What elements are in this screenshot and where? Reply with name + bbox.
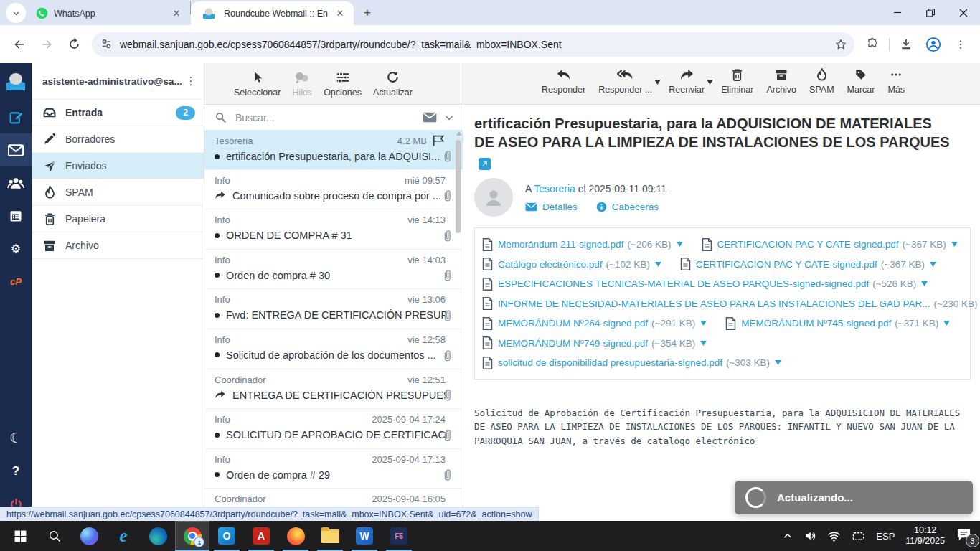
message-row[interactable]: Tesoreria4.2 MBertificación Presupuestar… [204, 130, 463, 170]
list-toolbar-select-button[interactable]: Seleccionar [229, 63, 286, 104]
extensions-icon[interactable] [860, 32, 885, 57]
dropdown-caret-icon[interactable] [707, 80, 713, 85]
scroll-up-icon[interactable] [456, 131, 462, 136]
search-input[interactable] [234, 111, 423, 124]
new-tab-button[interactable]: + [358, 4, 377, 22]
reader-forward-button[interactable]: Reenviar [662, 63, 711, 102]
rail-item-dark-mode[interactable]: ☾ [0, 422, 32, 455]
language-indicator[interactable]: ESP [876, 531, 895, 542]
open-in-new-window-icon[interactable] [479, 158, 491, 170]
folder-item-archivo[interactable]: Archivo [32, 232, 204, 259]
profile-avatar-icon[interactable] [921, 32, 946, 57]
attachment-name[interactable]: MEMORÁNDUM Nº745-signed.pdf [741, 318, 891, 329]
notifications-button[interactable]: 3 [956, 527, 974, 545]
tab-close-icon[interactable]: ✕ [334, 7, 347, 20]
taskbar-acrobat-icon[interactable]: A [244, 521, 278, 551]
taskbar-file-explorer-icon[interactable] [313, 521, 347, 551]
message-row[interactable]: Info2025-09-04 17:13Orden de compra # 29 [204, 449, 463, 489]
attachment-menu-caret-icon[interactable] [700, 321, 707, 326]
message-row[interactable]: Infomié 09:57Comunicado sobre proceso de… [204, 170, 463, 210]
attachment-item[interactable]: ESPECIFICACIONES TECNICAS-MATERIAL DE AS… [482, 274, 928, 294]
rail-item-contacts[interactable] [0, 166, 32, 199]
search-scope-mail-icon[interactable] [423, 112, 437, 123]
bookmark-star-icon[interactable] [830, 34, 852, 55]
folder-item-borradores[interactable]: Borradores [32, 126, 204, 153]
minimize-button[interactable] [881, 0, 914, 25]
message-row[interactable]: Info2025-09-04 17:24SOLICITUD DE APROBAC… [204, 409, 463, 449]
reload-button[interactable] [62, 32, 86, 57]
attachment-item[interactable]: MEMORÁNDUM Nº264-signed.pdf(~291 KB) [482, 314, 707, 334]
rail-item-compose[interactable] [0, 100, 32, 133]
browser-tab-active[interactable]: Roundcube Webmail :: Enviados✕ [191, 1, 354, 25]
flag-icon[interactable] [433, 135, 446, 146]
taskbar-start-icon[interactable] [3, 521, 37, 551]
attachment-item[interactable]: MEMORÁNDUM Nº745-signed.pdf(~371 KB) [725, 314, 950, 334]
attachment-item[interactable]: Catálogo electrónico.pdf(~102 KB) [482, 255, 661, 275]
attachment-menu-caret-icon[interactable] [930, 262, 936, 267]
attachment-item[interactable]: CERTIFICACION PAC Y CATE-signed.pdf(~367… [680, 255, 936, 275]
reader-trash-button[interactable]: Eliminar [715, 63, 760, 102]
taskbar-search-icon[interactable] [37, 521, 72, 551]
header-action-envelope[interactable]: Detalles [525, 202, 578, 212]
taskbar-f5-icon[interactable]: F5 [382, 521, 416, 551]
folder-item-spam[interactable]: SPAM [32, 179, 204, 206]
attachment-item[interactable]: INFORME DE NECESIDAD-MATERIALES DE ASEO … [482, 294, 980, 314]
attachment-menu-caret-icon[interactable] [921, 281, 928, 286]
search-options-chevron-icon[interactable] [444, 113, 454, 123]
attachment-item[interactable]: Memorándum 211-signed.pdf(~206 KB) [482, 235, 683, 255]
taskbar-outlook-icon[interactable]: O [209, 521, 244, 551]
list-scrollbar[interactable] [455, 131, 462, 512]
url-text[interactable]: webmail.sanjuan.gob.ec/cpsess7060844857/… [120, 39, 830, 50]
taskbar-edge-icon[interactable] [141, 521, 175, 551]
clock[interactable]: 10:12 11/9/2025 [905, 525, 945, 547]
attachment-name[interactable]: solicitud de disponibilidad presupuestar… [498, 357, 722, 368]
attachment-menu-caret-icon[interactable] [700, 341, 707, 346]
reader-junk-button[interactable]: SPAM [803, 63, 841, 102]
taskbar-chrome-icon[interactable] [175, 521, 209, 551]
to-recipient-link[interactable]: Tesoreria [534, 183, 575, 194]
message-row[interactable]: Infovie 13:06Fwd: ENTREGA DE CERTIFICACI… [204, 289, 463, 329]
browser-menu-icon[interactable] [948, 32, 973, 57]
volume-icon[interactable] [804, 529, 816, 542]
back-button[interactable] [7, 32, 32, 57]
downloads-icon[interactable] [894, 32, 918, 57]
forward-button[interactable] [34, 32, 59, 57]
taskbar-firefox-icon[interactable] [278, 521, 313, 551]
attachment-menu-caret-icon[interactable] [775, 360, 781, 365]
browser-tab-0[interactable]: WhatsApp✕ [27, 1, 190, 25]
attachment-menu-caret-icon[interactable] [951, 242, 958, 247]
tab-search-button[interactable] [6, 3, 26, 23]
message-row[interactable]: Infovie 14:03Orden de compra # 30 [204, 250, 463, 290]
screen-cast-icon[interactable] [852, 529, 865, 543]
account-header[interactable]: asistente-administrativo@sa... ⋮ [32, 63, 204, 100]
taskbar-copilot-icon[interactable] [72, 521, 106, 551]
rail-item-calendar[interactable] [0, 199, 32, 232]
roundcube-logo-icon[interactable] [0, 63, 32, 100]
rail-item-mail[interactable] [0, 133, 32, 166]
attachment-name[interactable]: ESPECIFICACIONES TECNICAS-MATERIAL DE AS… [498, 278, 869, 289]
taskbar-word-icon[interactable]: W [347, 521, 382, 551]
message-row[interactable]: Coordinadorvie 12:51ENTREGA DE CERTIFICA… [204, 369, 463, 410]
site-info-icon[interactable] [100, 38, 113, 50]
wifi-icon[interactable] [827, 529, 841, 543]
tab-close-icon[interactable]: ✕ [170, 7, 183, 20]
rail-item-help[interactable]: ? [0, 455, 32, 488]
dropdown-caret-icon[interactable] [654, 80, 661, 85]
rail-item-cpanel[interactable]: cP [0, 265, 32, 298]
url-bar[interactable]: webmail.sanjuan.gob.ec/cpsess7060844857/… [92, 32, 854, 57]
attachment-name[interactable]: MEMORÁNDUM Nº749-signed.pdf [498, 338, 648, 349]
attachment-name[interactable]: MEMORÁNDUM Nº264-signed.pdf [498, 318, 648, 329]
attachment-name[interactable]: Memorándum 211-signed.pdf [498, 239, 623, 250]
folder-item-entrada[interactable]: Entrada2 [32, 100, 204, 126]
attachment-name[interactable]: Catálogo electrónico.pdf [498, 259, 603, 270]
attachment-item[interactable]: MEMORÁNDUM Nº749-signed.pdf(~354 KB) [482, 334, 707, 354]
restore-button[interactable] [914, 0, 947, 25]
message-row[interactable]: Infovie 14:13ORDEN DE COMPRA # 31 [204, 209, 463, 250]
attachment-menu-caret-icon[interactable] [655, 262, 661, 267]
message-row[interactable]: Infovie 12:58Solicitud de aprobación de … [204, 329, 463, 369]
list-toolbar-refresh-button[interactable]: Actualizar [368, 63, 418, 104]
attachment-item[interactable]: solicitud de disponibilidad presupuestar… [482, 353, 781, 373]
folder-item-papelera[interactable]: Papelera [32, 206, 204, 232]
reader-archive-button[interactable]: Archivo [760, 63, 803, 102]
attachment-menu-caret-icon[interactable] [677, 242, 683, 247]
